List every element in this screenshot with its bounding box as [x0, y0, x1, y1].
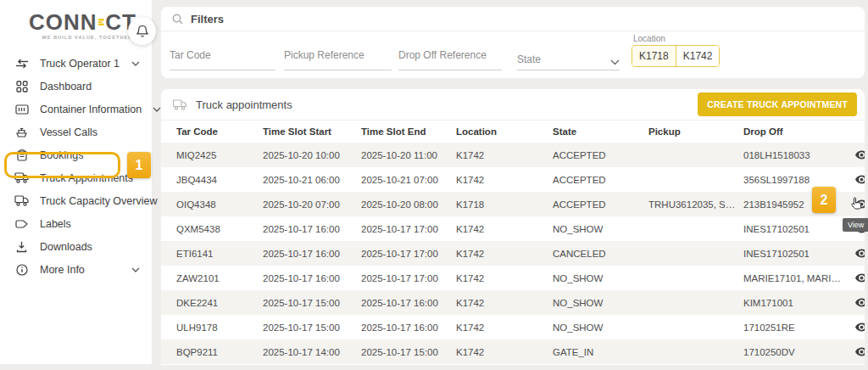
sidebar-item-truck-operator[interactable]: Truck Operator 1	[0, 52, 152, 75]
cell-state: ACCEPTED	[553, 150, 648, 160]
eye-icon	[855, 199, 865, 209]
sidebar-item-dashboard[interactable]: Dashboard	[0, 75, 152, 98]
cell-location: K1742	[456, 273, 553, 283]
view-appointment-button[interactable]	[854, 198, 865, 210]
location-toggle-k1718[interactable]: K1718	[632, 46, 676, 66]
view-appointment-button[interactable]	[854, 321, 865, 334]
view-appointment-button[interactable]	[854, 296, 865, 309]
filters-header[interactable]: Filters	[161, 7, 865, 31]
state-filter-label: State	[517, 53, 541, 65]
table-row[interactable]: ZAW2101 2025-10-17 16:00 2025-10-17 17:0…	[161, 266, 865, 290]
filters-title: Filters	[191, 13, 224, 25]
bell-icon	[136, 25, 148, 38]
pickup-reference-filter-input[interactable]: Pickup Reference	[284, 43, 392, 70]
cell-drop-off: 356SL1997188	[743, 175, 854, 185]
cell-time-slot-end: 2025-10-17 16:00	[361, 322, 456, 333]
sidebar-item-vessel-calls[interactable]: Vessel Calls	[0, 121, 152, 143]
eye-icon	[855, 273, 865, 283]
location-filter-group: Location K1718 K1742	[632, 34, 720, 67]
table-row[interactable]: ULH9178 2025-10-17 15:00 2025-10-17 16:0…	[161, 315, 865, 339]
table-row[interactable]: BQP9211 2025-10-17 14:00 2025-10-17 15:0…	[161, 339, 865, 364]
cell-location: K1742	[456, 298, 553, 308]
tag-icon	[14, 219, 29, 229]
cell-time-slot-start: 2025-10-21 06:00	[263, 175, 361, 185]
sidebar-item-label: Downloads	[40, 241, 140, 253]
table-row[interactable]: OIQ4348 2025-10-20 07:00 2025-10-20 08:0…	[161, 192, 865, 216]
column-header-state: State	[553, 126, 648, 137]
table-row[interactable]: DKE2241 2025-10-17 15:00 2025-10-17 16:0…	[161, 290, 865, 315]
cell-location: K1742	[456, 150, 553, 160]
pickup-reference-filter-label: Pickup Reference	[284, 43, 392, 61]
cell-location: K1718	[456, 199, 553, 210]
chevron-down-icon	[131, 267, 140, 272]
sidebar-item-label: Truck Operator 1	[40, 58, 120, 70]
truck-icon	[172, 99, 187, 110]
cell-time-slot-end: 2025-10-17 17:00	[361, 249, 456, 259]
cell-time-slot-start: 2025-10-17 16:00	[263, 224, 361, 234]
cell-time-slot-start: 2025-10-17 16:00	[263, 273, 361, 283]
sidebar-item-downloads[interactable]: Downloads	[0, 235, 152, 258]
cell-time-slot-end: 2025-10-17 17:00	[361, 224, 456, 234]
location-toggle-k1742[interactable]: K1742	[676, 46, 720, 66]
cell-time-slot-start: 2025-10-17 14:00	[263, 347, 361, 357]
filters-panel: Filters Tar Code Pickup Reference Drop O…	[161, 7, 865, 78]
dashboard-grid-icon	[14, 81, 29, 92]
clipboard-icon	[14, 149, 29, 161]
ship-icon	[14, 126, 29, 138]
eye-icon	[855, 322, 865, 332]
column-header-time-slot-end: Time Slot End	[361, 126, 456, 137]
view-appointment-button[interactable]	[854, 173, 865, 186]
truck-icon	[14, 172, 29, 183]
cell-time-slot-start: 2025-10-17 16:00	[263, 249, 361, 259]
cell-location: K1742	[456, 347, 553, 357]
cell-drop-off: INES17102501	[743, 249, 854, 259]
cell-tar-code: MIQ2425	[176, 150, 263, 160]
cell-location: K1742	[456, 224, 553, 234]
create-truck-appointment-button[interactable]: CREATE TRUCK APPOINTMENT	[698, 92, 857, 116]
sidebar-item-label: Truck Capacity Overview	[40, 195, 157, 207]
eye-icon	[855, 175, 865, 184]
drop-off-reference-filter-input[interactable]: Drop Off Reference	[398, 43, 502, 70]
eye-icon	[855, 249, 865, 258]
sidebar-item-container-information[interactable]: Container Information	[0, 98, 152, 121]
cell-drop-off: 018LH1518033	[743, 150, 854, 160]
sidebar-item-truck-capacity-overview[interactable]: Truck Capacity Overview	[0, 189, 152, 212]
cell-tar-code: QXM5438	[176, 224, 263, 234]
logo-text-pre: CONN	[29, 11, 97, 33]
tar-code-filter-input[interactable]: Tar Code	[170, 43, 275, 70]
view-appointment-button[interactable]	[854, 272, 865, 284]
cell-state: NO_SHOW	[553, 273, 648, 283]
brand-tagline: WE BUILD VALUE, TOGETHER.	[29, 35, 136, 40]
cell-state: ACCEPTED	[553, 175, 648, 185]
cell-tar-code: BQP9211	[176, 347, 263, 357]
table-body: MIQ2425 2025-10-20 10:00 2025-10-20 11:0…	[161, 143, 865, 364]
chevron-down-icon	[610, 59, 620, 65]
state-filter-select[interactable]: State	[517, 43, 620, 70]
cell-state: GATE_IN	[553, 347, 648, 357]
sidebar-item-label: Vessel Calls	[40, 126, 140, 138]
chevron-down-icon	[153, 107, 161, 112]
table-row[interactable]: JBQ4434 2025-10-21 06:00 2025-10-21 07:0…	[161, 167, 865, 192]
cell-state: NO_SHOW	[553, 322, 648, 333]
cell-drop-off: INES17102501	[743, 224, 854, 234]
view-appointment-button[interactable]	[854, 149, 865, 161]
view-appointment-button[interactable]	[854, 345, 865, 358]
table-row[interactable]: MIQ2425 2025-10-20 10:00 2025-10-20 11:0…	[161, 143, 865, 167]
sidebar-item-labels[interactable]: Labels	[0, 212, 152, 235]
tar-code-filter-label: Tar Code	[170, 43, 275, 61]
cell-state: ACCEPTED	[553, 199, 648, 210]
location-filter-label: Location	[632, 34, 720, 43]
cell-drop-off: 1710251RE	[743, 322, 854, 333]
sidebar-item-label: Truck Appointments	[40, 172, 140, 184]
table-row[interactable]: ETI6141 2025-10-17 16:00 2025-10-17 17:0…	[161, 241, 865, 266]
cell-tar-code: JBQ4434	[176, 175, 263, 185]
cell-time-slot-start: 2025-10-17 15:00	[263, 322, 361, 333]
download-icon	[14, 241, 29, 253]
cell-time-slot-end: 2025-10-17 15:00	[361, 347, 456, 357]
view-appointment-button[interactable]	[854, 247, 865, 260]
sidebar-item-more-info[interactable]: More Info	[0, 258, 152, 281]
eye-icon	[855, 347, 865, 356]
cell-state: NO_SHOW	[553, 224, 648, 234]
notifications-bell-button[interactable]	[128, 17, 156, 45]
table-row[interactable]: QXM5438 2025-10-17 16:00 2025-10-17 17:0…	[161, 216, 865, 241]
